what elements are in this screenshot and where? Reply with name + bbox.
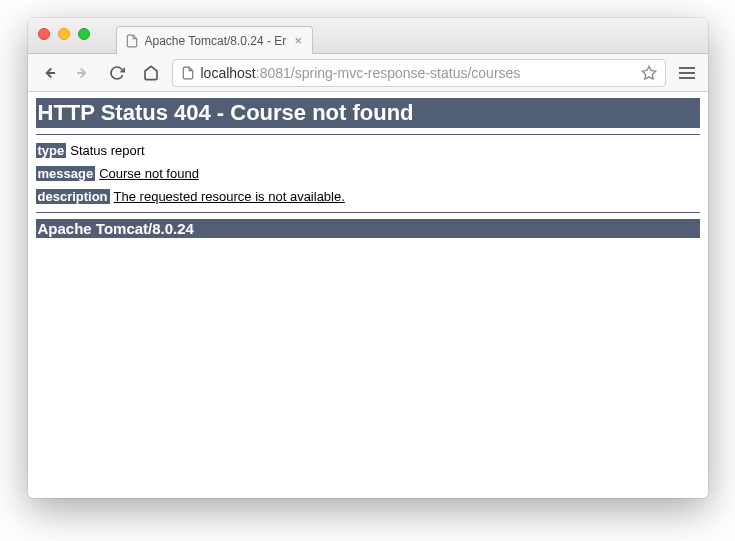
reload-icon xyxy=(109,65,125,81)
svg-marker-2 xyxy=(642,66,655,79)
type-label: type xyxy=(36,143,67,158)
status-type-row: typeStatus report xyxy=(36,143,700,158)
arrow-right-icon xyxy=(74,64,92,82)
menu-button[interactable] xyxy=(674,60,700,86)
minimize-window-button[interactable] xyxy=(58,28,70,40)
divider xyxy=(36,134,700,135)
close-window-button[interactable] xyxy=(38,28,50,40)
home-icon xyxy=(143,65,159,81)
address-bar[interactable]: localhost:8081/spring-mvc-response-statu… xyxy=(172,59,666,87)
status-description-row: descriptionThe requested resource is not… xyxy=(36,189,700,204)
maximize-window-button[interactable] xyxy=(78,28,90,40)
titlebar: Apache Tomcat/8.0.24 - Er × xyxy=(28,18,708,54)
bookmark-star-icon[interactable] xyxy=(641,65,657,81)
page-title: HTTP Status 404 - Course not found xyxy=(36,98,700,128)
description-value: The requested resource is not available. xyxy=(114,189,345,204)
close-tab-icon[interactable]: × xyxy=(292,35,304,47)
message-value: Course not found xyxy=(99,166,199,181)
status-message-row: messageCourse not found xyxy=(36,166,700,181)
forward-button[interactable] xyxy=(70,60,96,86)
home-button[interactable] xyxy=(138,60,164,86)
type-value: Status report xyxy=(70,143,144,158)
url-path: :8081/spring-mvc-response-status/courses xyxy=(256,65,521,81)
browser-tab[interactable]: Apache Tomcat/8.0.24 - Er × xyxy=(116,26,314,54)
tab-title: Apache Tomcat/8.0.24 - Er xyxy=(145,34,287,48)
page-content: HTTP Status 404 - Course not found typeS… xyxy=(28,92,708,498)
page-icon xyxy=(181,66,195,80)
reload-button[interactable] xyxy=(104,60,130,86)
divider xyxy=(36,212,700,213)
browser-window: Apache Tomcat/8.0.24 - Er × localhost:80… xyxy=(28,18,708,498)
hamburger-icon xyxy=(679,67,695,69)
server-footer: Apache Tomcat/8.0.24 xyxy=(36,219,700,238)
toolbar: localhost:8081/spring-mvc-response-statu… xyxy=(28,54,708,92)
back-button[interactable] xyxy=(36,60,62,86)
url-text: localhost:8081/spring-mvc-response-statu… xyxy=(201,65,635,81)
file-icon xyxy=(125,34,139,48)
message-label: message xyxy=(36,166,96,181)
arrow-left-icon xyxy=(40,64,58,82)
description-label: description xyxy=(36,189,110,204)
traffic-lights xyxy=(38,28,90,40)
url-host: localhost xyxy=(201,65,256,81)
